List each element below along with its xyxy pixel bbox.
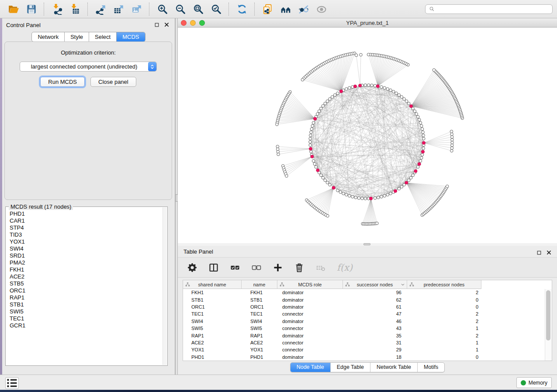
table-scrollbar-thumb[interactable] (546, 290, 550, 340)
tab-network[interactable]: Network (32, 32, 64, 41)
table-row[interactable]: PHD1PHD1dominator180 (183, 354, 545, 361)
table-cell[interactable]: 47 (343, 311, 407, 316)
column-header-shared-name[interactable]: shared name (183, 280, 242, 289)
save-button[interactable] (22, 1, 40, 17)
table-row[interactable]: ORC1ORC1dominator610 (183, 303, 545, 310)
mcds-result-item[interactable]: PMA2 (7, 259, 162, 266)
table-cell[interactable]: 1 (407, 347, 481, 352)
mcds-result-item[interactable]: PHD1 (7, 210, 162, 217)
table-cell[interactable]: connector (277, 311, 343, 316)
table-cell[interactable]: STB1 (242, 297, 277, 303)
mcds-result-item[interactable]: STB1 (7, 301, 162, 308)
zoom-out-button[interactable] (171, 1, 189, 17)
mcds-result-item[interactable]: GCR1 (7, 322, 162, 329)
table-cell[interactable]: SWI4 (183, 319, 242, 324)
task-history-button[interactable] (5, 377, 19, 389)
tab-mcds[interactable]: MCDS (116, 32, 145, 41)
mcds-result-item[interactable]: FKH1 (7, 266, 162, 273)
table-cell[interactable]: dominator (277, 354, 343, 360)
refresh-button[interactable] (233, 1, 251, 17)
zoom-fit-button[interactable] (189, 1, 207, 17)
table-row[interactable]: SWI5SWI5connector431 (183, 325, 545, 332)
mcds-result-item[interactable]: SRD1 (7, 252, 162, 259)
table-cell[interactable]: 29 (343, 347, 407, 352)
mcds-result-item[interactable]: SWI4 (7, 245, 162, 252)
network-graph[interactable] (178, 28, 557, 243)
optimization-select[interactable]: largest connected component (undirected) (20, 62, 157, 72)
table-cell[interactable]: RAP1 (242, 333, 277, 338)
mcds-result-item[interactable]: STB5 (7, 280, 162, 287)
tab-edge-table[interactable]: Edge Table (330, 363, 370, 372)
mcds-result-item[interactable]: TID3 (7, 231, 162, 238)
table-cell[interactable]: 2 (407, 290, 481, 295)
table-cell[interactable]: 1 (407, 340, 481, 345)
show-columns-button[interactable] (208, 262, 219, 273)
table-cell[interactable]: ACE2 (242, 340, 277, 345)
column-header-mcds-role[interactable]: MCDS role (277, 280, 343, 289)
table-cell[interactable]: connector (277, 326, 343, 331)
table-cell[interactable]: FKH1 (183, 290, 242, 295)
export-image-button[interactable] (128, 1, 145, 17)
table-cell[interactable]: dominator (277, 290, 343, 295)
table-scrollbar[interactable] (545, 289, 552, 361)
search-input[interactable] (437, 6, 549, 13)
mcds-list-scrollbar[interactable] (163, 207, 167, 365)
zoom-selected-button[interactable] (207, 1, 225, 17)
close-panel-button[interactable]: Close panel (90, 77, 136, 87)
close-panel-icon[interactable] (164, 22, 169, 27)
table-cell[interactable]: connector (277, 347, 343, 352)
table-cell[interactable]: RAP1 (183, 333, 242, 338)
mcds-result-item[interactable]: RAP1 (7, 294, 162, 301)
table-cell[interactable]: 35 (343, 333, 407, 338)
search-box[interactable] (425, 4, 553, 14)
clone-network-button[interactable] (259, 1, 277, 17)
delete-column-button[interactable] (294, 262, 304, 273)
eye-button[interactable] (312, 1, 330, 17)
mcds-result-item[interactable]: TEC1 (7, 315, 162, 322)
tab-select[interactable]: Select (89, 32, 116, 41)
float-table-panel-icon[interactable] (537, 249, 541, 257)
table-cell[interactable]: dominator (277, 304, 343, 309)
mcds-result-item[interactable]: SWI5 (7, 308, 162, 315)
open-button[interactable] (4, 1, 22, 17)
table-row[interactable]: SWI4SWI4dominator462 (183, 318, 545, 325)
select-all-button[interactable] (230, 262, 240, 273)
import-network-button[interactable] (48, 1, 66, 17)
run-mcds-button[interactable]: Run MCDS (40, 77, 85, 87)
table-cell[interactable]: 43 (343, 326, 407, 331)
table-settings-button[interactable] (187, 262, 197, 273)
binoculars-button[interactable] (277, 1, 294, 17)
table-row[interactable]: TEC1TEC1connector472 (183, 310, 545, 317)
table-cell[interactable]: 31 (343, 340, 407, 345)
network-canvas[interactable] (178, 28, 557, 243)
table-cell[interactable]: 96 (343, 290, 407, 295)
table-cell[interactable]: 2 (407, 311, 481, 316)
table-cell[interactable]: TEC1 (183, 311, 242, 316)
add-column-button[interactable] (273, 262, 283, 273)
table-cell[interactable]: ORC1 (183, 304, 242, 309)
table-cell[interactable]: dominator (277, 333, 343, 338)
mcds-result-item[interactable]: ORC1 (7, 287, 162, 294)
table-cell[interactable]: connector (277, 340, 343, 345)
table-cell[interactable]: 0 (407, 297, 481, 303)
column-header-successor-nodes[interactable]: successor nodes (343, 280, 407, 289)
mcds-result-item[interactable]: STP4 (7, 224, 162, 231)
table-cell[interactable]: PHD1 (242, 354, 277, 360)
export-table-button[interactable] (110, 1, 128, 17)
table-row[interactable]: RAP1RAP1dominator352 (183, 332, 545, 339)
mcds-result-list[interactable]: PHD1CAR1STP4TID3YOX1SWI4SRD1PMA2FKH1ACE2… (7, 210, 162, 364)
table-cell[interactable]: SWI5 (183, 326, 242, 331)
table-row[interactable]: ACE2ACE2connector311 (183, 339, 545, 346)
table-row[interactable]: STB1STB1dominator620 (183, 296, 545, 303)
tab-style[interactable]: Style (64, 32, 89, 41)
unselect-all-button[interactable] (251, 262, 262, 273)
memory-button[interactable]: Memory (516, 377, 552, 388)
table-cell[interactable]: 46 (343, 319, 407, 324)
hide-graphics-details-button[interactable] (294, 1, 312, 17)
close-table-panel-icon[interactable] (547, 249, 551, 257)
table-cell[interactable]: ACE2 (183, 340, 242, 345)
tab-node-table[interactable]: Node Table (291, 363, 330, 372)
tab-network-table[interactable]: Network Table (370, 363, 417, 372)
table-cell[interactable]: 2 (407, 319, 481, 324)
table-cell[interactable]: FKH1 (242, 290, 277, 295)
